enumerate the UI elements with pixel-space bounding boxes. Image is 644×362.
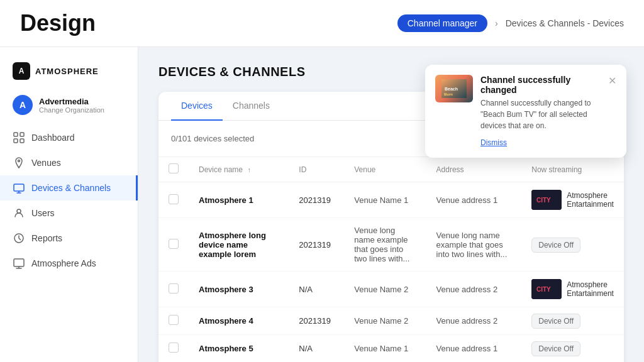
main-content: DEVICES & CHANNELS Devices Channels 0/10… (138, 47, 644, 362)
devices-table-wrap: Device name ↑ ID Venue Address Now strea… (158, 157, 624, 362)
tab-devices[interactable]: Devices (171, 92, 223, 121)
breadcrumb-text: Devices & Channels - Devices (506, 18, 624, 28)
col-header-streaming: Now streaming (521, 157, 624, 182)
toast-dismiss-button[interactable]: Dismiss (480, 138, 507, 147)
sidebar-item-label: Dashboard (31, 133, 75, 143)
col-header-address: Address (426, 157, 522, 182)
col-header-venue: Venue (344, 157, 426, 182)
device-venue: Venue Name 1 (344, 335, 426, 363)
stream-thumbnail: CITY (531, 279, 562, 299)
device-streaming: Device Off (521, 218, 624, 272)
toast-title: Channel successfully changed (480, 75, 601, 95)
device-off-badge: Device Off (531, 238, 580, 253)
svg-text:Beach: Beach (445, 87, 458, 91)
org-name: Advertmedia (39, 97, 104, 106)
org-change-link[interactable]: Change Organization (39, 106, 104, 114)
device-venue: Venue Name 1 (344, 182, 426, 218)
svg-rect-7 (14, 259, 24, 266)
stream-thumbnail: CITY (531, 190, 562, 210)
toast-notification: BeachBurn Channel successfully changed C… (425, 65, 626, 158)
device-id: 2021319 (289, 307, 344, 335)
sort-icon: ↑ (247, 166, 251, 173)
atmosphere-logo-icon: A (13, 62, 30, 80)
device-streaming: CITYAtmosphere Entartainment (521, 182, 624, 218)
svg-rect-0 (14, 133, 18, 136)
device-id: 2021319 (289, 182, 344, 218)
device-off-badge: Device Off (531, 314, 580, 329)
device-venue: Venue Name 2 (344, 272, 426, 307)
tab-channels[interactable]: Channels (223, 92, 280, 121)
device-off-badge: Device Off (531, 341, 580, 356)
sidebar-item-dashboard[interactable]: Dashboard (0, 125, 138, 150)
sidebar-logo: A ATMOSPHERE (0, 57, 138, 90)
device-venue: Venue Name 2 (344, 307, 426, 335)
device-streaming: CITYAtmosphere Entartainment (521, 272, 624, 307)
location-icon (13, 156, 25, 169)
row-checkbox[interactable] (169, 315, 179, 325)
reports-icon (13, 232, 25, 244)
device-streaming: Device Off (521, 307, 624, 335)
toast-message: Channel successfully changed to "Beach B… (480, 97, 601, 131)
svg-text:Burn: Burn (444, 92, 453, 96)
sidebar-item-reports[interactable]: Reports (0, 226, 138, 251)
svg-rect-4 (14, 184, 24, 191)
toast-close-icon[interactable]: ✕ (608, 75, 616, 87)
row-checkbox[interactable] (169, 343, 179, 353)
device-id: N/A (289, 335, 344, 363)
device-address: Venue address 2 (426, 272, 522, 307)
device-id: N/A (289, 272, 344, 307)
svg-point-5 (17, 209, 21, 213)
table-row: Atmosphere 3N/AVenue Name 2Venue address… (158, 272, 624, 307)
devices-table: Device name ↑ ID Venue Address Now strea… (158, 157, 624, 362)
toast-body: Channel successfully changed Channel suc… (480, 75, 601, 148)
device-address: Venue address 2 (426, 307, 522, 335)
row-checkbox[interactable] (169, 239, 179, 249)
monitor-icon (13, 257, 25, 270)
table-row: Atmosphere 5N/AVenue Name 1Venue address… (158, 335, 624, 363)
sidebar-item-label: Atmosphere Ads (31, 258, 96, 268)
svg-rect-1 (20, 133, 24, 136)
app-title: Design (20, 10, 96, 36)
col-header-id: ID (289, 157, 344, 182)
select-all-checkbox[interactable] (169, 163, 179, 173)
table-row: Atmosphere 12021319Venue Name 1Venue add… (158, 182, 624, 218)
svg-rect-2 (14, 139, 18, 143)
sidebar: A ATMOSPHERE A Advertmedia Change Organi… (0, 47, 138, 362)
row-checkbox[interactable] (169, 194, 179, 204)
sidebar-logo-text: ATMOSPHERE (35, 67, 99, 76)
sidebar-item-venues[interactable]: Venues (0, 150, 138, 175)
sidebar-item-label: Users (31, 208, 55, 218)
device-name: Atmosphere 4 (199, 316, 253, 326)
device-id: 2021319 (289, 218, 344, 272)
device-streaming: Device Off (521, 335, 624, 363)
sidebar-nav: Dashboard Venues Devices & Channels (0, 125, 138, 276)
svg-text:CITY: CITY (536, 197, 551, 204)
table-row: Atmosphere long device name example lore… (158, 218, 624, 272)
org-switcher[interactable]: A Advertmedia Change Organization (0, 90, 138, 125)
col-header-device: Device name ↑ (189, 157, 289, 182)
device-address: Venue long name example that goes into t… (426, 218, 522, 272)
tv-icon (13, 182, 25, 194)
device-name: Atmosphere 5 (199, 344, 253, 353)
users-icon (13, 207, 25, 219)
stream-label: Atmosphere Entartainment (567, 191, 614, 209)
row-checkbox[interactable] (169, 283, 179, 293)
grid-icon (13, 131, 25, 144)
device-address: Venue address 1 (426, 182, 522, 218)
sidebar-item-label: Reports (31, 233, 62, 243)
stream-label: Atmosphere Entartainment (567, 280, 614, 298)
breadcrumb: Channel manager › Devices & Channels - D… (397, 14, 624, 32)
breadcrumb-chip[interactable]: Channel manager (397, 14, 487, 32)
toast-image: BeachBurn (435, 75, 473, 102)
svg-rect-3 (20, 139, 24, 143)
device-address: Venue address 1 (426, 335, 522, 363)
sidebar-item-ads[interactable]: Atmosphere Ads (0, 251, 138, 276)
table-row: Atmosphere 42021319Venue Name 2Venue add… (158, 307, 624, 335)
svg-text:CITY: CITY (536, 286, 551, 293)
sidebar-item-label: Devices & Channels (31, 183, 111, 193)
sidebar-item-users[interactable]: Users (0, 200, 138, 226)
device-name: Atmosphere long device name example lore… (199, 231, 266, 259)
org-avatar: A (13, 95, 33, 115)
selection-count: 0/101 devices selected (171, 134, 254, 143)
sidebar-item-devices[interactable]: Devices & Channels (0, 175, 138, 200)
